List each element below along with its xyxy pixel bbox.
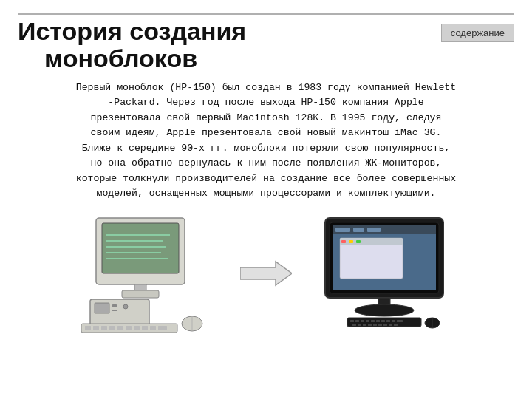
svg-rect-56 xyxy=(363,324,366,326)
svg-rect-22 xyxy=(142,326,148,330)
svg-rect-7 xyxy=(134,284,146,290)
svg-rect-20 xyxy=(126,326,132,330)
svg-rect-1 xyxy=(102,223,179,273)
svg-rect-39 xyxy=(349,240,353,243)
title-block: История создания моноблоков xyxy=(18,18,441,73)
svg-rect-51 xyxy=(386,320,390,322)
old-computer-image xyxy=(74,214,222,332)
contents-badge[interactable]: содержание xyxy=(441,24,514,42)
svg-rect-34 xyxy=(367,228,381,232)
svg-rect-44 xyxy=(350,320,354,322)
svg-rect-54 xyxy=(352,324,356,326)
svg-rect-50 xyxy=(381,320,385,322)
svg-rect-55 xyxy=(358,324,361,326)
svg-rect-45 xyxy=(355,320,359,322)
images-row xyxy=(18,214,514,332)
arrow-icon xyxy=(240,259,292,288)
page: История создания моноблоков содержание П… xyxy=(0,0,532,399)
svg-point-42 xyxy=(355,304,414,316)
top-divider xyxy=(18,13,514,15)
svg-rect-49 xyxy=(376,320,380,322)
new-computer-image xyxy=(310,214,458,332)
svg-rect-8 xyxy=(122,290,159,298)
svg-rect-12 xyxy=(112,310,117,311)
svg-rect-24 xyxy=(158,326,167,330)
svg-rect-47 xyxy=(366,320,369,322)
svg-rect-16 xyxy=(93,326,99,330)
svg-rect-46 xyxy=(361,320,364,322)
svg-rect-32 xyxy=(335,228,350,232)
svg-rect-48 xyxy=(371,320,375,322)
svg-rect-11 xyxy=(112,304,117,307)
svg-rect-40 xyxy=(356,240,361,243)
svg-rect-60 xyxy=(383,324,387,326)
svg-rect-18 xyxy=(109,326,115,330)
svg-rect-33 xyxy=(353,228,364,232)
svg-rect-57 xyxy=(368,324,372,326)
svg-rect-23 xyxy=(150,326,156,330)
svg-rect-62 xyxy=(394,324,398,326)
svg-marker-27 xyxy=(240,262,292,285)
svg-rect-52 xyxy=(392,320,395,322)
svg-rect-53 xyxy=(397,320,403,322)
svg-rect-10 xyxy=(95,303,109,313)
svg-rect-21 xyxy=(134,326,140,330)
svg-point-13 xyxy=(123,304,128,309)
svg-rect-19 xyxy=(117,326,123,330)
svg-rect-59 xyxy=(378,324,382,326)
svg-rect-58 xyxy=(373,324,377,326)
body-paragraph: Первый моноблок (HP-150) был создан в 19… xyxy=(18,81,514,202)
arrow-container xyxy=(236,259,296,288)
header-row: История создания моноблоков содержание xyxy=(18,18,514,73)
svg-rect-61 xyxy=(389,324,392,326)
svg-rect-38 xyxy=(341,240,346,243)
title-line2: моноблоков xyxy=(44,45,441,72)
svg-rect-17 xyxy=(101,326,107,330)
svg-rect-15 xyxy=(85,326,91,330)
title-line1: История создания xyxy=(18,18,441,45)
